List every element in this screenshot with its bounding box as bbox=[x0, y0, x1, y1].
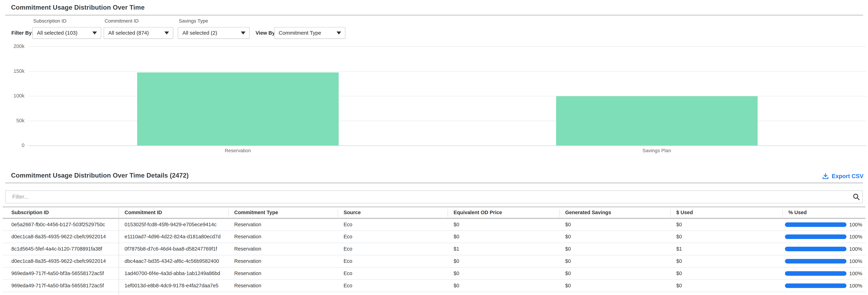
usage-percent-label: 100% bbox=[849, 246, 862, 252]
x-tick-label: Savings Plan bbox=[447, 148, 866, 153]
view-by-dropdown-value: Commitment Type bbox=[279, 30, 321, 36]
commitment-id-label: Commitment ID bbox=[104, 18, 138, 24]
gridline bbox=[28, 47, 866, 47]
table-row: 969eda49-717f-4a50-bf3a-56558172ac5f1ef0… bbox=[3, 279, 865, 292]
chevron-down-icon bbox=[92, 31, 97, 34]
chart-bar-reservation[interactable] bbox=[137, 72, 339, 146]
commitment-id-dropdown-value: All selected (874) bbox=[108, 30, 149, 36]
search-icon bbox=[852, 193, 860, 201]
cell-dollars-used: $0 bbox=[670, 279, 782, 292]
divider bbox=[5, 15, 863, 16]
details-section-title: Commitment Usage Distribution Over Time … bbox=[11, 172, 189, 179]
col-header-subscription-id: Subscription ID bbox=[3, 207, 119, 218]
cell-dollars-used: $1 bbox=[670, 243, 782, 255]
savings-type-dropdown-value: All selected (2) bbox=[182, 30, 217, 36]
cell-generated-savings: $0 bbox=[559, 231, 670, 243]
y-tick-label: 0 bbox=[0, 142, 25, 148]
savings-type-label: Savings Type bbox=[179, 18, 208, 24]
usage-progress-fill bbox=[785, 223, 846, 227]
cell-source: Eco bbox=[338, 279, 447, 292]
filter-by-label: Filter By: bbox=[11, 30, 33, 36]
cell-dollars-used: $0 bbox=[670, 231, 782, 243]
col-header-commitment-id: Commitment ID bbox=[119, 207, 228, 218]
cell-equivalent-od-price: $0 bbox=[447, 231, 559, 243]
table-row: 8c1d5645-5fef-4a4c-b120-7708891fa38f0f78… bbox=[3, 243, 865, 255]
cell-subscription-id: 0e5a2667-fb0c-4456-b127-503f2529750c bbox=[3, 218, 119, 231]
usage-percent-label: 100% bbox=[849, 222, 862, 228]
y-tick-label: 150k bbox=[0, 68, 25, 74]
cell-subscription-id: d0ec1ca8-8a35-4935-9622-cbefc9922014 bbox=[3, 255, 119, 267]
export-csv-button[interactable]: Export CSV bbox=[822, 173, 864, 180]
usage-percent-label: 100% bbox=[849, 271, 862, 276]
column-separator bbox=[119, 206, 119, 295]
usage-progress-bar bbox=[785, 234, 846, 239]
chevron-down-icon bbox=[241, 31, 245, 34]
cell-commitment-id: dbc4aac7-bd35-4342-af6c-4c56b9582400 bbox=[119, 255, 228, 267]
usage-percent-label: 100% bbox=[849, 259, 862, 264]
cell-pct-used: 100% bbox=[782, 243, 865, 255]
cell-equivalent-od-price: $1 bbox=[447, 243, 559, 255]
cell-equivalent-od-price: $0 bbox=[447, 218, 559, 231]
cell-subscription-id: 969eda49-717f-4a50-bf3a-56558172ac5f bbox=[3, 279, 119, 292]
chart-section-title: Commitment Usage Distribution Over Time bbox=[11, 4, 145, 11]
cell-pct-used: 100% bbox=[782, 279, 865, 292]
col-header-pct-used: % Used bbox=[782, 207, 865, 218]
table-filter-input[interactable] bbox=[5, 190, 863, 203]
cell-equivalent-od-price: $0 bbox=[447, 255, 559, 267]
col-header-source: Source bbox=[338, 207, 447, 218]
table-row: 0e5a2667-fb0c-4456-b127-503f2529750c0153… bbox=[3, 218, 865, 231]
export-csv-label: Export CSV bbox=[832, 173, 864, 179]
cell-subscription-id: d0ec1ca8-8a35-4935-9622-cbefc9922014 bbox=[3, 231, 119, 243]
cell-source: Eco bbox=[338, 255, 447, 267]
chart-bar-savings-plan[interactable] bbox=[556, 96, 757, 146]
cell-source: Eco bbox=[338, 218, 447, 231]
usage-progress-bar bbox=[785, 247, 846, 251]
cell-commitment-id: 1ef0013d-e8b8-4dc9-9178-e4fa27daa7e5 bbox=[119, 279, 228, 292]
subscription-id-dropdown[interactable]: All selected (103) bbox=[32, 27, 101, 39]
table-row: d0ec1ca8-8a35-4935-9622-cbefc9922014e111… bbox=[3, 231, 865, 243]
chevron-down-icon bbox=[337, 31, 341, 34]
savings-type-dropdown[interactable]: All selected (2) bbox=[178, 27, 250, 39]
cell-source: Eco bbox=[338, 267, 447, 279]
gridline bbox=[28, 71, 866, 71]
usage-progress-bar bbox=[785, 271, 846, 276]
cell-subscription-id: 969eda49-717f-4a50-bf3a-56558172ac5f bbox=[3, 267, 119, 279]
col-header-dollars-used: $ Used bbox=[670, 207, 782, 218]
cell-subscription-id: 8c1d5645-5fef-4a4c-b120-7708891fa38f bbox=[3, 243, 119, 255]
usage-percent-label: 100% bbox=[849, 283, 862, 289]
cell-source: Eco bbox=[338, 243, 447, 255]
cell-pct-used: 100% bbox=[782, 231, 865, 243]
view-by-dropdown[interactable]: Commitment Type bbox=[274, 27, 345, 39]
table-row: 969eda49-717f-4a50-bf3a-56558172ac5f1ad4… bbox=[3, 267, 865, 279]
usage-progress-fill bbox=[785, 271, 846, 276]
cell-commitment-type: Reservation bbox=[228, 279, 338, 292]
chevron-down-icon bbox=[164, 31, 169, 34]
cell-generated-savings: $0 bbox=[559, 218, 670, 231]
y-tick-label: 200k bbox=[0, 43, 25, 49]
download-icon bbox=[822, 173, 829, 180]
cell-dollars-used: $0 bbox=[670, 267, 782, 279]
cell-equivalent-od-price: $0 bbox=[447, 267, 559, 279]
cell-pct-used: 100% bbox=[782, 255, 865, 267]
cell-commitment-id: 1ad40700-6f4e-4a3d-abba-1ab1249a86bd bbox=[119, 267, 228, 279]
commitment-id-dropdown[interactable]: All selected (874) bbox=[104, 27, 173, 39]
cell-pct-used: 100% bbox=[782, 218, 865, 231]
usage-percent-label: 100% bbox=[849, 234, 862, 240]
cell-dollars-used: $0 bbox=[670, 255, 782, 267]
table-row: d0ec1ca8-8a35-4935-9622-cbefc9922014dbc4… bbox=[3, 255, 865, 267]
cell-generated-savings: $0 bbox=[559, 255, 670, 267]
cell-commitment-type: Reservation bbox=[228, 243, 338, 255]
cell-generated-savings: $0 bbox=[559, 267, 670, 279]
x-axis-line bbox=[28, 145, 866, 146]
y-tick-label: 100k bbox=[0, 93, 25, 99]
usage-progress-bar bbox=[785, 284, 846, 288]
usage-progress-bar bbox=[785, 223, 846, 227]
cell-generated-savings: $0 bbox=[559, 279, 670, 292]
cell-commitment-id: e1110ad7-4d96-4d22-824a-d181a80ecd7d bbox=[119, 231, 228, 243]
cell-equivalent-od-price: $0 bbox=[447, 279, 559, 292]
cell-commitment-id: 0153025f-fcd8-45f6-9429-e705ece9414c bbox=[119, 218, 228, 231]
bar-chart-plot bbox=[28, 47, 866, 146]
details-table: Subscription ID Commitment ID Commitment… bbox=[3, 206, 865, 292]
cell-dollars-used: $0 bbox=[670, 218, 782, 231]
y-tick-label: 50k bbox=[0, 118, 25, 123]
